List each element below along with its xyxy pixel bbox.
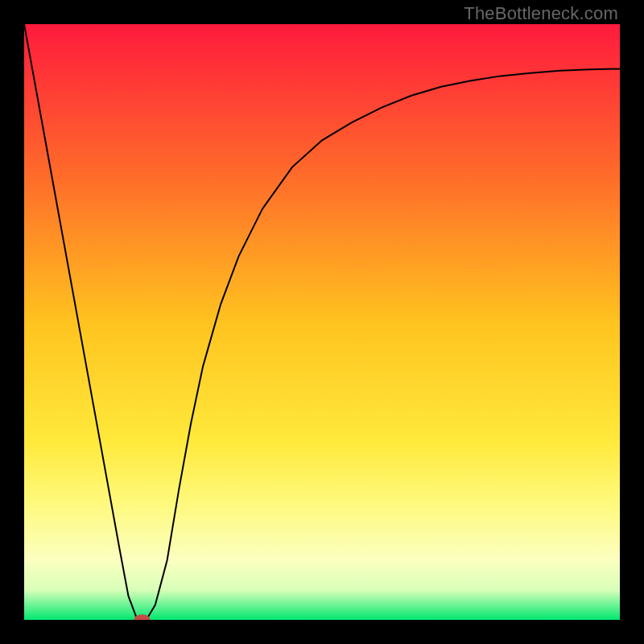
gradient-background [24, 24, 620, 620]
watermark-text: TheBottleneck.com [464, 3, 618, 24]
chart-frame: TheBottleneck.com [0, 0, 644, 644]
bottleneck-chart [24, 24, 620, 620]
